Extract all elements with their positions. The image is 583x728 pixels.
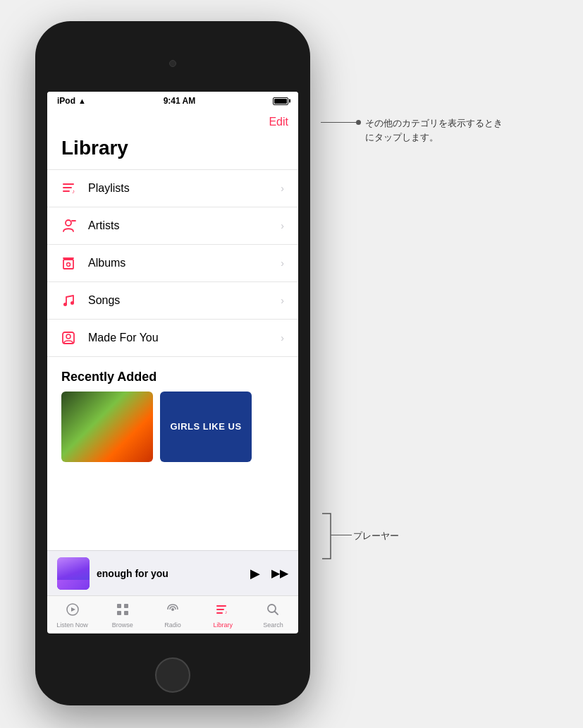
- player-album-art: [57, 557, 90, 590]
- time-label: 9:41 AM: [164, 96, 196, 106]
- svg-point-8: [67, 263, 70, 267]
- tab-library-label: Library: [213, 621, 233, 629]
- menu-item-albums[interactable]: Albums ›: [47, 244, 298, 281]
- artists-icon: [59, 216, 78, 236]
- playlists-label: Playlists: [88, 182, 281, 195]
- tab-radio[interactable]: Radio: [147, 598, 197, 629]
- tab-search-label: Search: [263, 621, 283, 629]
- edit-button[interactable]: Edit: [269, 116, 288, 128]
- battery-icon: [273, 97, 288, 105]
- player-callout: プレーヤー: [321, 512, 335, 563]
- songs-icon: [59, 291, 78, 310]
- status-left: iPod ▲: [57, 96, 86, 106]
- tab-bar: Listen Now Browse: [47, 595, 298, 631]
- screen-content: Edit Library ♪ Pl: [47, 109, 298, 631]
- albums-chevron: ›: [281, 257, 284, 269]
- play-button[interactable]: ▶: [250, 566, 260, 581]
- playlists-chevron: ›: [281, 183, 284, 194]
- album-thumb-1[interactable]: [61, 392, 153, 462]
- menu-item-playlists[interactable]: ♪ Playlists ›: [47, 169, 298, 207]
- playlists-icon: ♪: [59, 178, 78, 198]
- album-row: GIRLS LIKE US: [47, 392, 298, 462]
- status-right: [273, 97, 288, 105]
- tab-library[interactable]: ♪ Library: [198, 598, 248, 629]
- svg-rect-18: [124, 611, 128, 615]
- library-title: Library: [47, 109, 298, 169]
- svg-marker-14: [71, 607, 75, 612]
- menu-item-songs[interactable]: Songs ›: [47, 281, 298, 319]
- listen-now-icon: [66, 602, 80, 620]
- recently-added-title: Recently Added: [47, 357, 298, 392]
- menu-item-artists[interactable]: Artists ›: [47, 207, 298, 244]
- tab-browse[interactable]: Browse: [97, 598, 147, 629]
- player-callout-text: プレーヤー: [353, 530, 399, 542]
- artists-label: Artists: [88, 219, 281, 232]
- ipod-device: iPod ▲ 9:41 AM Edit Library: [35, 21, 310, 705]
- tab-browse-label: Browse: [112, 621, 133, 629]
- svg-rect-16: [124, 604, 128, 608]
- svg-rect-17: [117, 611, 121, 615]
- svg-point-9: [63, 303, 67, 306]
- edit-callout-text: その他のカテゴリを表示するときにタップします。: [365, 116, 506, 144]
- browse-icon: [116, 602, 130, 620]
- player-controls: ▶ ▶▶: [250, 566, 288, 581]
- albums-label: Albums: [88, 257, 281, 269]
- svg-line-25: [275, 612, 278, 615]
- device-screen: iPod ▲ 9:41 AM Edit Library: [47, 92, 298, 633]
- made-for-you-chevron: ›: [281, 332, 284, 344]
- mini-player: enough for you ▶ ▶▶: [47, 550, 298, 595]
- search-icon: [266, 602, 280, 620]
- svg-text:♪: ♪: [225, 609, 228, 614]
- tab-listen-now-label: Listen Now: [56, 621, 88, 629]
- edit-callout-dot: [356, 120, 361, 125]
- tab-listen-now[interactable]: Listen Now: [47, 598, 97, 629]
- artists-chevron: ›: [281, 220, 284, 231]
- made-for-you-label: Made For You: [88, 332, 281, 344]
- player-bracket: [321, 512, 335, 560]
- svg-point-10: [70, 301, 74, 305]
- player-info: enough for you: [97, 567, 243, 580]
- svg-rect-15: [117, 604, 121, 608]
- svg-point-19: [171, 608, 174, 611]
- forward-button[interactable]: ▶▶: [271, 566, 288, 580]
- albums-icon: [59, 253, 78, 273]
- carrier-label: iPod: [57, 96, 75, 106]
- songs-label: Songs: [88, 294, 281, 307]
- songs-chevron: ›: [281, 295, 284, 306]
- menu-item-made-for-you[interactable]: Made For You ›: [47, 319, 298, 357]
- radio-icon: [166, 602, 180, 620]
- svg-point-12: [66, 334, 70, 339]
- edit-callout: その他のカテゴリを表示するときにタップします。: [321, 116, 506, 144]
- svg-rect-6: [63, 260, 73, 269]
- menu-list: ♪ Playlists ›: [47, 169, 298, 357]
- wifi-icon: ▲: [78, 97, 86, 105]
- made-for-you-icon: [59, 328, 78, 348]
- battery-fill: [274, 99, 287, 104]
- svg-text:♪: ♪: [72, 188, 75, 195]
- player-line: [331, 535, 352, 535]
- tab-search[interactable]: Search: [248, 598, 298, 629]
- album-thumb-2[interactable]: GIRLS LIKE US: [160, 392, 252, 462]
- svg-point-4: [66, 220, 71, 226]
- tab-radio-label: Radio: [164, 621, 181, 629]
- main-content: Edit Library ♪ Pl: [47, 109, 298, 631]
- status-bar: iPod ▲ 9:41 AM: [47, 92, 298, 109]
- home-button[interactable]: [155, 657, 190, 693]
- edit-callout-line: [321, 122, 356, 123]
- library-icon: ♪: [216, 602, 230, 620]
- camera: [169, 60, 176, 67]
- player-song-title: enough for you: [97, 568, 168, 579]
